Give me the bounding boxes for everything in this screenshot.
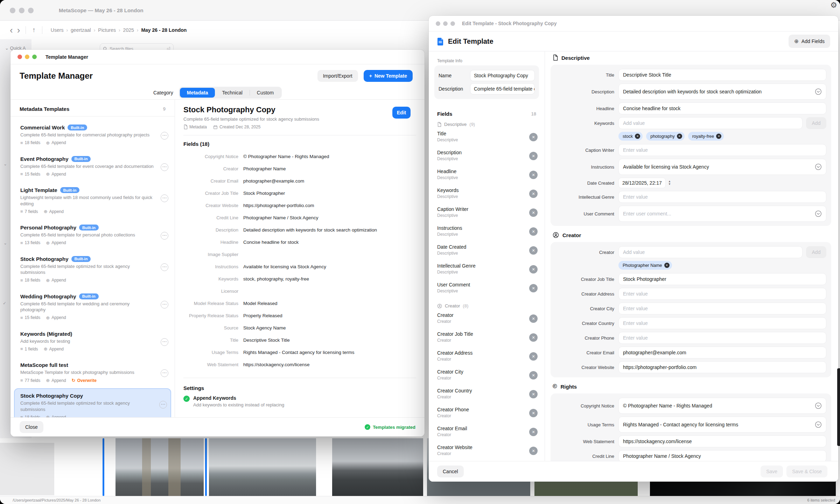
save-button[interactable]: Save [761, 466, 783, 477]
tab-custom[interactable]: Custom [250, 88, 281, 98]
minimize-window-icon[interactable] [443, 21, 448, 26]
close-window-icon[interactable] [10, 8, 15, 13]
creator-field[interactable] [618, 246, 803, 258]
usage-terms-input[interactable] [623, 422, 812, 427]
caption-writer-input[interactable] [623, 147, 822, 153]
zoom-window-icon[interactable] [28, 8, 34, 13]
chevron-down-icon[interactable] [815, 163, 822, 170]
back-icon[interactable]: ‹ [8, 26, 15, 35]
remove-field-icon[interactable]: ✕ [529, 208, 538, 217]
remove-field-icon[interactable]: ✕ [529, 352, 538, 361]
creator-email-input[interactable] [623, 350, 822, 355]
import-export-button[interactable]: Import/Export [317, 70, 358, 82]
template-list-item[interactable]: MetaScope full test MetaScope Template f… [10, 357, 175, 388]
creator-address-field[interactable] [618, 288, 826, 300]
credit-line-field[interactable] [618, 450, 826, 461]
remove-field-icon[interactable]: ✕ [529, 390, 538, 398]
remove-field-icon[interactable]: ✕ [529, 133, 538, 141]
close-window-icon[interactable] [18, 55, 22, 59]
remove-field-icon[interactable]: ✕ [529, 171, 538, 179]
remove-tag-icon[interactable]: ✕ [664, 263, 670, 268]
item-menu-button[interactable]: ⋯ [161, 163, 168, 171]
edit-button[interactable]: Edit [392, 107, 411, 119]
add-fields-button[interactable]: ⊕Add Fields [789, 35, 830, 48]
keywords-input[interactable] [623, 120, 798, 126]
headline-field[interactable] [618, 102, 826, 114]
remove-field-icon[interactable]: ✕ [529, 190, 538, 198]
template-list-item[interactable]: Stock Photography Built-in Complete 65-f… [10, 251, 175, 288]
close-window-icon[interactable] [436, 21, 440, 26]
credit-line-input[interactable] [623, 453, 822, 459]
remove-field-icon[interactable]: ✕ [529, 333, 538, 342]
date-created-field[interactable]: 28/12/2025, 22:17 [618, 178, 666, 188]
item-menu-button[interactable]: ⋯ [161, 369, 168, 377]
remove-field-icon[interactable]: ✕ [529, 447, 538, 455]
breadcrumb-item[interactable]: Pictures [98, 27, 116, 33]
keywords-field[interactable] [618, 117, 803, 129]
remove-field-icon[interactable]: ✕ [529, 265, 538, 274]
creator-city-input[interactable] [623, 306, 822, 311]
chevron-down-icon[interactable] [815, 88, 822, 95]
creator-city-field[interactable] [618, 303, 826, 314]
photo-thumbnail-pier[interactable] [332, 438, 423, 496]
add-creator-button[interactable]: Add [806, 246, 826, 258]
zoom-window-icon[interactable] [32, 55, 37, 59]
zoom-window-icon[interactable] [450, 21, 455, 26]
creator-job-title-field[interactable] [618, 273, 826, 285]
item-menu-button[interactable]: ⋯ [161, 132, 168, 140]
intellectual-genre-field[interactable] [618, 191, 826, 203]
gear-icon[interactable]: ⚙ [830, 1, 837, 10]
remove-field-icon[interactable]: ✕ [529, 227, 538, 236]
creator-email-field[interactable] [618, 347, 826, 359]
remove-field-icon[interactable]: ✕ [529, 284, 538, 292]
description-field[interactable] [618, 84, 826, 100]
item-menu-button[interactable]: ⋯ [161, 301, 168, 308]
copyright-notice-field[interactable] [618, 398, 826, 414]
web-statement-field[interactable] [618, 435, 826, 447]
sidebar-disclosure-icon[interactable]: ⌄ [4, 162, 7, 166]
remove-field-icon[interactable]: ✕ [529, 371, 538, 379]
breadcrumb-item[interactable]: geertzaal [71, 27, 91, 33]
title-input[interactable] [623, 72, 822, 78]
template-list-item[interactable]: Commercial Work Built-in Complete 65-fie… [10, 119, 175, 151]
creator-phone-input[interactable] [623, 335, 822, 341]
creator-country-field[interactable] [618, 317, 826, 329]
template-list-item[interactable]: Wedding Photography Built-in Complete 65… [10, 288, 175, 326]
caption-writer-field[interactable] [618, 144, 826, 156]
chevron-down-icon[interactable] [815, 210, 822, 217]
up-directory-icon[interactable]: ↑ [29, 26, 38, 34]
add-keyword-button[interactable]: Add [806, 117, 826, 129]
chevron-down-icon[interactable] [815, 402, 822, 409]
instructions-input[interactable] [623, 164, 812, 170]
intellectual-genre-input[interactable] [623, 194, 822, 200]
breadcrumb-item[interactable]: Users [51, 27, 64, 33]
title-field[interactable] [618, 69, 826, 81]
minimize-window-icon[interactable] [19, 8, 24, 13]
tab-metadata[interactable]: Metadata [180, 88, 215, 98]
remove-field-icon[interactable]: ✕ [529, 152, 538, 160]
creator-website-field[interactable] [618, 361, 826, 373]
close-button[interactable]: Close [20, 421, 43, 433]
cancel-button[interactable]: Cancel [437, 466, 464, 477]
usage-terms-field[interactable] [618, 417, 826, 433]
traffic-lights[interactable] [18, 55, 37, 59]
save-close-button[interactable]: Save & Close [786, 466, 827, 477]
remove-field-icon[interactable]: ✕ [529, 409, 538, 417]
creator-website-input[interactable] [623, 364, 822, 370]
photo-thumbnail-city-river[interactable] [209, 438, 316, 496]
remove-tag-icon[interactable]: ✕ [716, 134, 721, 139]
item-menu-button[interactable]: ⋯ [161, 263, 168, 271]
tab-technical[interactable]: Technical [215, 88, 249, 98]
description-input[interactable] [623, 89, 812, 94]
item-menu-button[interactable]: ⋯ [159, 401, 167, 409]
new-template-button[interactable]: +New Template [364, 70, 413, 82]
creator-phone-field[interactable] [618, 332, 826, 344]
traffic-lights[interactable] [436, 21, 455, 26]
remove-field-icon[interactable]: ✕ [529, 246, 538, 255]
instructions-field[interactable] [618, 159, 826, 175]
remove-field-icon[interactable]: ✕ [529, 314, 538, 323]
template-list-item[interactable]: Stock Photography Copy Complete 65-field… [14, 388, 171, 417]
breadcrumb-item[interactable]: 2025 [123, 27, 134, 33]
creator-country-input[interactable] [623, 320, 822, 326]
template-list-item[interactable]: Keywords (Migrated) Add keywords for tes… [10, 326, 175, 357]
